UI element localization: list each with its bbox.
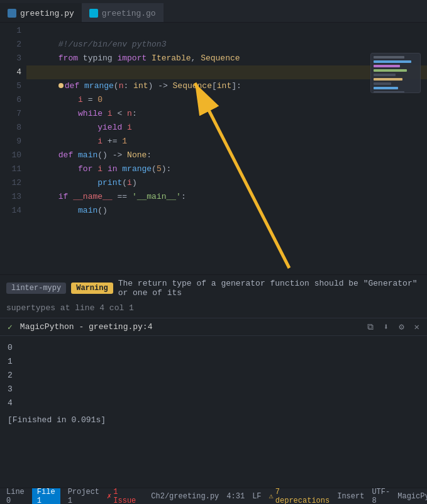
ln-6: 6 xyxy=(5,93,21,107)
ln-10: 10 xyxy=(5,148,21,162)
status-lang: MagicPython xyxy=(397,492,427,501)
terminal-line-4: 4 xyxy=(8,396,419,410)
download-icon[interactable]: ⬇ xyxy=(384,322,389,332)
supertypes-line: supertypes at line 4 col 1 xyxy=(0,301,427,318)
warning-bar: linter-mypy Warning The return type of a… xyxy=(0,274,427,301)
tab-py-label: greeting.py xyxy=(20,9,74,18)
ln-11: 11 xyxy=(5,162,21,176)
status-warn: ⚠ 7 deprecations xyxy=(269,488,330,505)
code-line-9: def main() -> None: xyxy=(26,135,427,148)
ln-8: 8 xyxy=(5,121,21,135)
status-error: ✗ 1 Issue xyxy=(107,488,136,505)
code-line-1: #!/usr/bin/env python3 xyxy=(26,24,427,38)
terminal-line-1: 1 xyxy=(8,355,419,369)
terminal-line-2: 2 xyxy=(8,369,419,383)
check-icon: ✓ xyxy=(8,322,13,332)
line-numbers: 1 2 3 4 5 6 7 8 9 10 11 12 13 14 xyxy=(0,23,26,274)
ln-7: 7 xyxy=(5,107,21,121)
status-lf: LF xyxy=(252,492,261,501)
tab-greeting-py[interactable]: greeting.py xyxy=(0,3,82,22)
status-filepath: Ch2/greeting.py xyxy=(151,492,219,501)
code-line-4: def mrange(n: int) -> Sequence[int]: xyxy=(26,65,427,79)
thumb-line-8 xyxy=(374,87,398,89)
code-content[interactable]: #!/usr/bin/env python3 from typing impor… xyxy=(26,23,427,274)
warning-badge: Warning xyxy=(71,283,113,294)
status-line-col: Line 0 xyxy=(6,488,25,505)
code-line-12: if __name__ == '__main__': xyxy=(26,176,427,190)
ln-4: 4 xyxy=(5,65,21,79)
code-line-2: from typing import Iterable, Sequence xyxy=(26,38,427,52)
code-line-10: for i in mrange(5): xyxy=(26,148,427,162)
warn-icon: ⚠ xyxy=(269,491,274,501)
ln-13: 13 xyxy=(5,190,21,204)
code-line-7: yield i xyxy=(26,107,427,121)
error-count: 1 Issue xyxy=(113,488,136,505)
linter-badge[interactable]: linter-mypy xyxy=(6,283,66,294)
python-icon xyxy=(8,9,16,18)
error-icon: ✗ xyxy=(107,491,111,501)
editor-area: 1 2 3 4 5 6 7 8 9 10 11 12 13 14 #!/usr/… xyxy=(0,23,427,274)
settings-icon[interactable]: ⚙ xyxy=(399,322,404,332)
tab-greeting-go[interactable]: greeting.go xyxy=(82,3,164,22)
thumb-lines xyxy=(371,53,420,93)
ln-2: 2 xyxy=(5,38,21,52)
supertypes-text: supertypes at line 4 col 1 xyxy=(6,303,134,313)
thumb-line-1 xyxy=(374,56,404,59)
ln-9: 9 xyxy=(5,135,21,148)
thumb-line-9 xyxy=(374,91,404,93)
warning-message: The return type of a generator function … xyxy=(118,279,421,298)
status-mode: Insert xyxy=(337,492,364,501)
hover-thumbnail xyxy=(370,53,421,93)
status-project: Project 1 xyxy=(68,488,99,505)
editor-status-icons: ⧉ ⬇ ⚙ ✕ xyxy=(367,322,419,332)
copy-icon[interactable]: ⧉ xyxy=(367,322,374,332)
thumb-line-2 xyxy=(374,60,411,63)
code-line-5: i = 0 xyxy=(26,79,427,93)
code-line-3 xyxy=(26,52,427,65)
status-encoding: UTF-8 xyxy=(372,488,390,505)
code-line-13: main() xyxy=(26,190,427,204)
ln-12: 12 xyxy=(5,176,21,190)
thumb-line-3 xyxy=(374,65,400,67)
terminal-line-3: 3 xyxy=(8,383,419,396)
ln-5: 5 xyxy=(5,79,21,93)
status-position: 4:31 xyxy=(226,492,245,501)
thumb-line-4 xyxy=(374,69,407,72)
deprecations-count: 7 deprecations xyxy=(275,488,330,505)
code-line-14 xyxy=(26,204,427,218)
magic-python-label: MagicPython - greeting.py:4 xyxy=(20,322,153,332)
ln-14: 14 xyxy=(5,204,21,218)
terminal-finished: [Finished in 0.091s] xyxy=(8,415,419,425)
thumb-line-7 xyxy=(374,82,391,85)
terminal-line-0: 0 xyxy=(8,341,419,355)
terminal-area[interactable]: 0 1 2 3 4 [Finished in 0.091s] xyxy=(0,335,427,430)
tab-go-label: greeting.go xyxy=(102,9,156,18)
go-icon xyxy=(89,9,98,18)
status-bar: Line 0 File 1 Project 1 ✗ 1 Issue Ch2/gr… xyxy=(0,488,427,504)
tab-bar: greeting.py greeting.go xyxy=(0,0,427,23)
thumb-line-6 xyxy=(374,78,402,81)
editor-status-bar: ✓ MagicPython - greeting.py:4 ⧉ ⬇ ⚙ ✕ xyxy=(0,318,427,335)
code-line-6: while i < n: xyxy=(26,93,427,107)
status-file[interactable]: File 1 xyxy=(32,488,60,505)
ln-3: 3 xyxy=(5,52,21,65)
close-icon[interactable]: ✕ xyxy=(414,322,419,332)
ln-1: 1 xyxy=(5,24,21,38)
code-line-8: i += 1 xyxy=(26,121,427,135)
code-line-11: print(i) xyxy=(26,162,427,176)
thumb-line-5 xyxy=(374,74,396,76)
